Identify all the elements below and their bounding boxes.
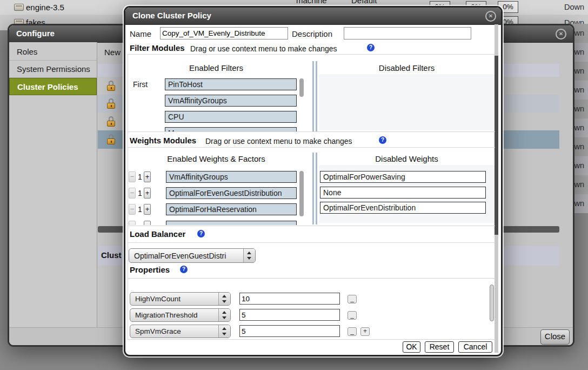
disabled-filters-header: Disabled Filters	[319, 63, 495, 72]
separator	[128, 147, 495, 148]
properties-label: Properties	[130, 265, 170, 274]
weight-item[interactable]	[166, 221, 297, 225]
lock-icon	[107, 134, 115, 144]
remove-property-button[interactable]: _	[348, 311, 357, 320]
property-key: MigrationThreshold	[135, 309, 198, 321]
weight-item[interactable]: OptimalForEvenGuestDistribution	[166, 187, 297, 199]
weight-item[interactable]: VmAffinityGroups	[166, 171, 297, 183]
filter-modules-label: Filter Modules	[130, 43, 185, 52]
disabled-weight-item[interactable]: OptimalForEvenDistribution	[320, 202, 486, 214]
weight-factor: 1	[138, 189, 142, 197]
stepper-icon	[218, 309, 230, 321]
property-key: SpmVmGrace	[135, 325, 181, 338]
property-value-input[interactable]	[239, 309, 340, 321]
disabled-filters-panel	[319, 74, 495, 130]
separator	[128, 54, 495, 55]
description-label: Description	[292, 29, 332, 38]
stepper-icon	[243, 249, 255, 262]
filter-modules-hint: Drag or use context menu to make changes	[190, 44, 337, 53]
lock-icon	[107, 81, 115, 91]
host-hostname-fragment: machine	[296, 0, 327, 5]
host-status: Down	[564, 3, 584, 11]
load-balancer-label: Load Balancer	[130, 229, 185, 239]
weights-modules-hint: Drag or use context menu to make changes	[205, 137, 352, 146]
description-input[interactable]	[344, 27, 471, 39]
filters-scrollbar-thumb[interactable]	[299, 78, 304, 97]
panel-splitter	[312, 61, 317, 131]
dialog-scrollbar-thumb[interactable]	[495, 56, 498, 235]
lock-icon	[107, 98, 115, 109]
weight-row-clipped-wrap	[129, 220, 299, 225]
add-property-button[interactable]: +	[360, 327, 370, 336]
properties-scrollbar-thumb[interactable]	[490, 285, 494, 321]
weights-scrollbar-thumb[interactable]	[299, 171, 304, 216]
separator	[128, 226, 495, 226]
weight-decrease-button[interactable]: −	[129, 188, 136, 199]
weights-modules-label: Weights Modules	[130, 136, 196, 145]
help-icon[interactable]: ?	[379, 136, 386, 144]
name-label: Name	[130, 29, 151, 38]
help-icon[interactable]: ?	[367, 44, 375, 51]
weight-decrease-button[interactable]	[129, 221, 136, 225]
ok-button[interactable]: OK	[403, 341, 420, 353]
tab-cluster-policies[interactable]: Cluster Policies	[9, 78, 97, 95]
screen: { "icons": {"help": "?", "close": "✕", "…	[0, 0, 588, 370]
remove-property-button[interactable]: _	[348, 327, 357, 336]
filter-item[interactable]: CPU	[165, 111, 297, 123]
reset-button[interactable]: Reset	[425, 341, 454, 353]
stepper-icon	[218, 293, 230, 305]
configure-title: Configure	[16, 29, 55, 38]
disabled-weights-header: Disabled Weights	[319, 154, 495, 163]
help-icon[interactable]: ?	[180, 266, 188, 273]
clone-cluster-policy-dialog: Clone Cluster Policy ✕ Name Description …	[124, 6, 503, 356]
filter-item[interactable]: Memory	[165, 127, 297, 131]
weight-increase-button[interactable]	[144, 221, 151, 225]
property-key: HighVmCount	[135, 293, 181, 305]
host-icon	[14, 4, 24, 11]
tab-roles[interactable]: Roles	[9, 43, 97, 61]
host-name: engine-3.5	[26, 3, 64, 12]
disabled-weight-item[interactable]: None	[320, 187, 486, 199]
weight-decrease-button[interactable]: −	[129, 204, 136, 215]
weight-decrease-button[interactable]: −	[129, 171, 136, 182]
clone-titlebar: Clone Cluster Policy ✕	[125, 8, 501, 25]
panel-splitter	[312, 153, 317, 224]
weight-increase-button[interactable]: +	[144, 188, 151, 199]
weight-increase-button[interactable]: +	[144, 171, 151, 182]
property-key-select[interactable]: MigrationThreshold	[130, 308, 231, 322]
load-balancer-value: OptimalForEvenGuestDistri	[134, 249, 226, 262]
first-label: First	[133, 80, 148, 89]
separator	[128, 131, 495, 132]
remove-property-button[interactable]: _	[348, 295, 357, 303]
help-icon[interactable]: ?	[197, 230, 205, 237]
tab-system-permissions[interactable]: System Permissions	[9, 61, 97, 78]
filter-item-clipped-wrap: Memory	[165, 127, 298, 131]
name-input[interactable]	[160, 27, 288, 39]
close-button[interactable]: Close	[540, 329, 570, 345]
new-button[interactable]: New	[104, 48, 121, 57]
separator	[128, 242, 495, 243]
weight-factor: 1	[138, 173, 142, 181]
weight-item[interactable]: OptimalForHaReservation	[166, 203, 297, 215]
property-key-select[interactable]: SpmVmGrace	[130, 325, 231, 338]
close-icon[interactable]: ✕	[556, 29, 566, 39]
disabled-weight-item[interactable]: OptimalForPowerSaving	[320, 171, 486, 183]
property-value-input[interactable]	[239, 325, 340, 337]
enabled-filters-header: Enabled Filters	[130, 63, 303, 72]
separator	[128, 339, 495, 340]
filter-item[interactable]: PinToHost	[165, 78, 297, 90]
weight-factor: 1	[138, 205, 142, 214]
load-balancer-select[interactable]: OptimalForEvenGuestDistri	[129, 248, 256, 263]
property-value-input[interactable]	[239, 293, 340, 305]
separator	[128, 278, 495, 279]
close-icon[interactable]: ✕	[485, 11, 496, 22]
stepper-icon	[218, 325, 230, 338]
host-cluster-fragment: Default	[351, 0, 377, 5]
property-key-select[interactable]: HighVmCount	[130, 292, 231, 306]
filter-item[interactable]: VmAffinityGroups	[165, 95, 297, 107]
clone-title: Clone Cluster Policy	[132, 11, 211, 20]
section-header-label: Clust	[101, 250, 122, 260]
weight-increase-button[interactable]: +	[144, 204, 151, 215]
cancel-button[interactable]: Cancel	[458, 341, 492, 353]
enabled-weights-header: Enabled Weights & Factors	[130, 154, 303, 163]
